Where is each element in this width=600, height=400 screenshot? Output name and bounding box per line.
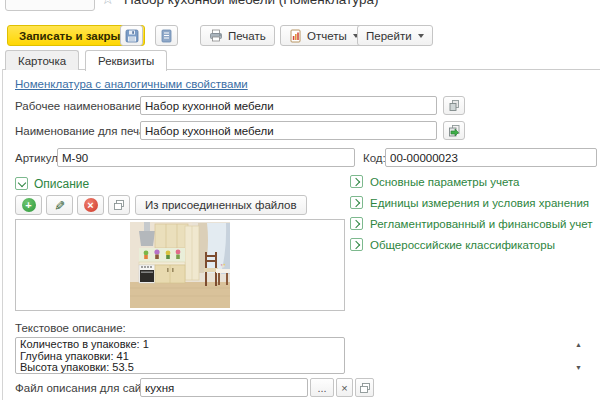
nav-regulated-accounting[interactable]: Регламентированный и финансовый учет [350, 217, 593, 230]
description-section-title: Описание [34, 177, 89, 191]
collapse-description-button[interactable] [15, 177, 28, 190]
window-title: Набор кухонной мебели (Номенклатура) [124, 0, 378, 7]
nav-label: Регламентированный и финансовый учет [370, 218, 593, 230]
report-icon [289, 29, 302, 43]
pencil-icon: ✎ [52, 200, 67, 211]
chevron-down-icon [418, 34, 424, 38]
code-input[interactable] [385, 148, 597, 167]
working-name-label: Рабочее наименование: [15, 100, 144, 112]
site-file-input[interactable] [140, 378, 308, 397]
site-file-label: Файл описания для сайта: [15, 382, 156, 394]
document-list-icon [160, 29, 173, 43]
nomenclature-form: ☆ Набор кухонной мебели (Номенклатура) З… [0, 0, 600, 400]
back-button[interactable] [5, 0, 95, 11]
code-label: Код: [363, 152, 386, 164]
favorite-star-icon[interactable]: ☆ [101, 0, 114, 6]
nav-classifiers[interactable]: Общероссийские классификаторы [350, 238, 555, 251]
tab-requisites[interactable]: Реквизиты [85, 50, 167, 71]
scroll-up-icon[interactable]: ▲ [575, 341, 582, 348]
print-button[interactable]: Печать [200, 25, 275, 46]
goto-label: Перейти [366, 30, 412, 42]
nav-label: Общероссийские классификаторы [370, 239, 555, 251]
text-description-label: Текстовое описание: [15, 322, 126, 334]
browse-file-button[interactable]: ... [310, 378, 334, 397]
nav-label: Основные параметры учета [370, 176, 520, 188]
save-button[interactable] [120, 25, 143, 46]
image-preview-area[interactable] [15, 219, 345, 311]
window-titlebar: ☆ Набор кухонной мебели (Номенклатура) [0, 0, 600, 13]
chevron-right-icon [350, 175, 363, 188]
print-name-input[interactable] [140, 121, 437, 140]
copy-image-button[interactable] [108, 195, 130, 215]
show-in-list-button[interactable] [155, 25, 178, 46]
overlapping-windows-icon [113, 199, 125, 211]
text-description-input[interactable]: Количество в упаковке: 1 Глубина упаковк… [15, 337, 345, 374]
nav-main-accounting[interactable]: Основные параметры учета [350, 175, 520, 188]
reports-label: Отчеты [307, 30, 347, 42]
article-input[interactable] [57, 148, 355, 167]
product-photo [130, 222, 230, 308]
overlapping-windows-icon [359, 382, 371, 394]
working-name-input[interactable] [140, 96, 437, 115]
chevron-right-icon [350, 238, 363, 251]
nav-label: Единицы измерения и условия хранения [370, 197, 589, 209]
chevron-right-icon [350, 196, 363, 209]
chevron-right-icon [350, 217, 363, 230]
tab-card[interactable]: Карточка [5, 50, 79, 70]
delete-image-button[interactable]: × [77, 195, 104, 215]
add-image-button[interactable]: + [15, 195, 42, 215]
floppy-disk-icon [125, 29, 139, 43]
edit-image-button[interactable]: ✎ [46, 195, 73, 215]
article-label: Артикул: [15, 152, 61, 164]
goto-button[interactable]: Перейти [357, 25, 433, 46]
copy-from-working-name-button[interactable] [443, 121, 465, 140]
plus-icon: + [22, 198, 36, 212]
print-name-label: Наименование для печати: [15, 125, 160, 137]
copy-pages-icon [448, 99, 461, 112]
description-line: Высота упаковки: 53.5 [20, 362, 330, 374]
printer-icon [209, 29, 223, 42]
print-label: Печать [228, 30, 266, 42]
chevron-down-icon [18, 178, 26, 186]
delete-x-icon: × [84, 198, 98, 212]
similar-properties-link[interactable]: Номенклатура с аналогичными свойствами [15, 78, 248, 90]
from-attached-files-button[interactable]: Из присоединенных файлов [135, 195, 307, 215]
description-line: Количество в упаковке: 1 [20, 339, 330, 351]
form-left-border [2, 69, 3, 400]
copy-pages-green-arrow-icon [447, 124, 461, 138]
copy-name-button[interactable] [443, 96, 465, 115]
scroll-down-icon[interactable]: ▼ [575, 364, 582, 371]
nav-units-storage[interactable]: Единицы измерения и условия хранения [350, 196, 589, 209]
open-file-button[interactable] [355, 378, 374, 397]
clear-file-button[interactable]: × [336, 378, 353, 397]
reports-button[interactable]: Отчеты [280, 25, 368, 46]
